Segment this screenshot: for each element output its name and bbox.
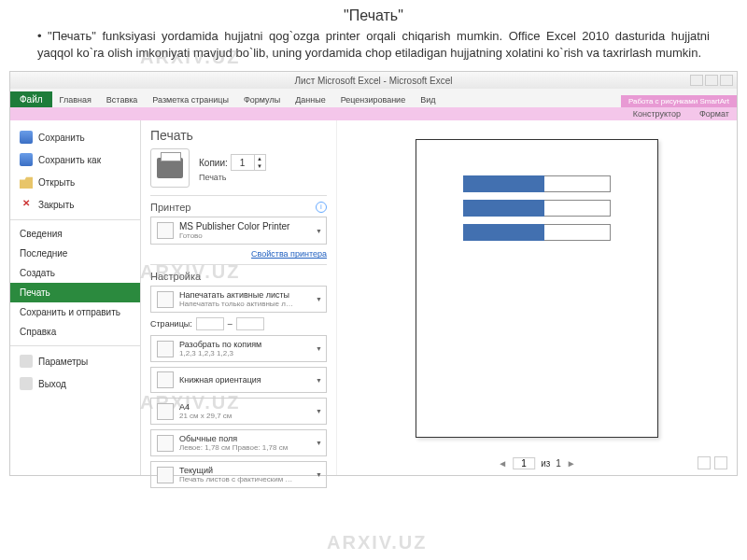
ribbon-tabs: Файл Главная Вставка Разметка страницы Ф… [10, 89, 737, 107]
tab-layout[interactable]: Разметка страницы [145, 92, 236, 107]
preview-bar [463, 224, 611, 241]
sidebar-exit[interactable]: Выход [10, 372, 140, 395]
context-tab-design[interactable]: Конструктор [633, 109, 681, 119]
backstage-sidebar: Сохранить Сохранить как Открыть ✕ Закрыт… [10, 120, 141, 475]
collate-icon [157, 341, 174, 357]
sidebar-label: Сохранить как [38, 155, 101, 165]
backstage-view: Сохранить Сохранить как Открыть ✕ Закрыт… [10, 120, 737, 475]
printer-name: MS Publisher Color Printer [179, 221, 289, 231]
sidebar-open[interactable]: Открыть [10, 171, 140, 193]
printer-heading-text: Принтер [150, 202, 190, 213]
print-heading: Печать [150, 128, 327, 143]
sidebar-info[interactable]: Сведения [10, 224, 140, 244]
divider [10, 219, 140, 220]
context-subtabs: Конструктор Формат [10, 107, 737, 120]
divider [10, 345, 140, 346]
watermark: ARXIV.UZ [327, 532, 428, 553]
tab-review[interactable]: Рецензирование [333, 92, 414, 107]
setting-subtitle: Левое: 1,78 см Правое: 1,78 см [179, 443, 288, 452]
sidebar-close[interactable]: ✕ Закрыть [10, 193, 140, 216]
orientation-icon [157, 371, 174, 388]
setting-title: Разобрать по копиям [179, 340, 261, 349]
save-icon [20, 131, 33, 144]
file-tab[interactable]: Файл [10, 91, 52, 107]
context-tab-format[interactable]: Формат [699, 109, 729, 119]
sidebar-new[interactable]: Создать [10, 263, 140, 283]
sidebar-help[interactable]: Справка [10, 322, 140, 342]
sheets-icon [157, 291, 174, 308]
sidebar-recent[interactable]: Последние [10, 244, 140, 263]
copies-value[interactable]: 1 [232, 157, 254, 169]
preview-bar [463, 200, 611, 217]
close-button[interactable] [720, 75, 733, 86]
pages-label: Страницы: [150, 319, 192, 329]
print-button[interactable] [150, 148, 190, 188]
zoom-margins-button[interactable] [714, 456, 727, 469]
print-command-row: Копии: 1 ▲ ▼ Печать [150, 148, 327, 188]
pages-to-input[interactable] [236, 317, 264, 330]
printer-status: Готово [179, 231, 289, 240]
copies-label-text: Копии: [199, 158, 228, 168]
bar-empty [544, 200, 611, 217]
sidebar-share[interactable]: Сохранить и отправить [10, 302, 140, 322]
tab-formulas[interactable]: Формулы [236, 92, 288, 107]
setting-subtitle: 1,2,3 1,2,3 1,2,3 [179, 349, 261, 357]
paper-icon [157, 403, 174, 420]
info-icon[interactable]: i [316, 202, 327, 213]
copies-up-button[interactable]: ▲ [254, 155, 265, 162]
tab-data[interactable]: Данные [288, 92, 333, 107]
pages-from-input[interactable] [196, 317, 224, 330]
exit-icon [20, 377, 33, 390]
tab-insert[interactable]: Вставка [99, 92, 145, 107]
maximize-button[interactable] [705, 75, 718, 86]
chevron-down-icon: ▼ [316, 440, 322, 446]
sidebar-options[interactable]: Параметры [10, 350, 140, 372]
preview-page [416, 139, 658, 438]
printer-properties-link[interactable]: Свойства принтера [150, 249, 327, 259]
bar-empty [544, 224, 611, 241]
scaling-icon [157, 467, 174, 483]
bar-fill [463, 175, 544, 192]
pager-next-button[interactable]: ► [567, 458, 576, 469]
setting-title: Напечатать активные листы [179, 290, 289, 300]
chevron-down-icon: ▼ [316, 408, 322, 414]
sidebar-save-as[interactable]: Сохранить как [10, 148, 140, 171]
pages-range-row: Страницы: – [150, 317, 327, 330]
chevron-down-icon: ▼ [316, 377, 322, 384]
copies-spinner[interactable]: 1 ▲ ▼ [231, 154, 266, 171]
excel-window: Лист Microsoft Excel - Microsoft Excel Ф… [9, 71, 738, 476]
tab-home[interactable]: Главная [52, 92, 99, 107]
setting-subtitle: Печать листов с фактическим … [179, 475, 292, 483]
print-what-selector[interactable]: Напечатать активные листы Напечатать тол… [150, 286, 327, 313]
print-button-label: Печать [199, 173, 266, 182]
paper-size-selector[interactable]: A4 21 см x 29,7 см ▼ [150, 398, 327, 425]
tab-view[interactable]: Вид [413, 92, 443, 107]
collate-selector[interactable]: Разобрать по копиям 1,2,3 1,2,3 1,2,3 ▼ [150, 335, 327, 362]
printer-selector[interactable]: MS Publisher Color Printer Готово ▼ [150, 217, 327, 245]
minimize-button[interactable] [690, 75, 703, 86]
sidebar-label: Параметры [38, 357, 88, 367]
pager-current-input[interactable] [513, 457, 535, 469]
pager-prev-button[interactable]: ◄ [498, 458, 507, 469]
sidebar-save[interactable]: Сохранить [10, 126, 140, 148]
margins-selector[interactable]: Обычные поля Левое: 1,78 см Правое: 1,78… [150, 429, 327, 456]
setting-subtitle: Напечатать только активные л… [179, 300, 293, 308]
orientation-selector[interactable]: Книжная ориентация ▼ [150, 367, 327, 393]
options-icon [20, 355, 33, 368]
sidebar-label: Сохранить [38, 133, 85, 143]
setting-subtitle: 21 см x 29,7 см [179, 412, 232, 420]
setting-title: A4 [179, 402, 190, 412]
copies-down-button[interactable]: ▼ [254, 162, 265, 170]
window-title: Лист Microsoft Excel - Microsoft Excel [295, 76, 453, 86]
scaling-selector[interactable]: Текущий Печать листов с фактическим … ▼ [150, 461, 327, 488]
sidebar-label: Открыть [38, 177, 75, 188]
zoom-to-page-button[interactable] [698, 456, 711, 469]
pager-total: 1 [556, 458, 561, 469]
printer-icon [157, 158, 183, 178]
sidebar-label: Выход [38, 379, 66, 389]
close-icon: ✕ [20, 198, 33, 211]
preview-bar [463, 175, 611, 192]
window-controls [690, 75, 733, 86]
sidebar-print[interactable]: Печать [10, 283, 140, 302]
copies-label: Копии: 1 ▲ ▼ [199, 154, 266, 171]
